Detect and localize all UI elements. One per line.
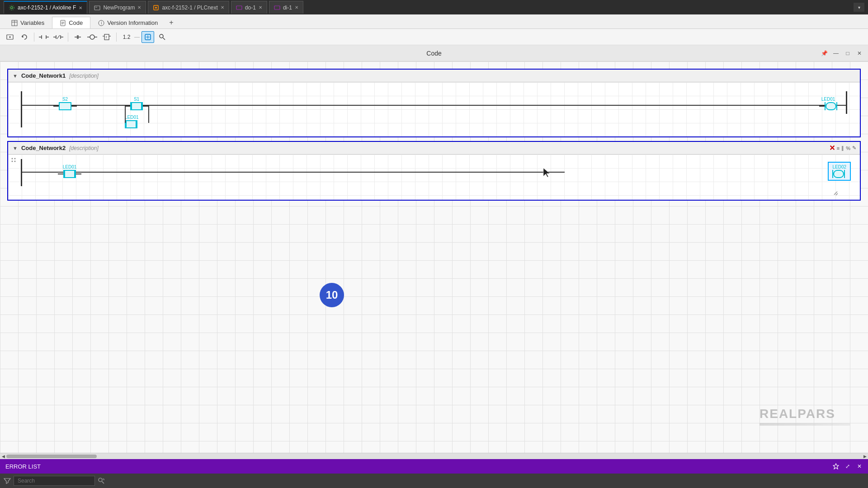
contact-no-icon — [39, 33, 49, 41]
tab-di1-label: di-1 — [283, 5, 292, 11]
network1-container: ▼ Code_Network1 [description] S2 — [7, 69, 861, 137]
error-list-pin-btn[interactable] — [831, 461, 841, 471]
watermark-bar — [760, 423, 850, 426]
pin-btn[interactable]: 📌 — [819, 48, 829, 58]
contact-LED01-n2-label: LED01 — [58, 164, 81, 169]
parallel-icon[interactable]: ‖ — [841, 145, 844, 151]
cursor-indicator — [542, 167, 552, 179]
step-over-btn[interactable] — [71, 31, 84, 43]
function-block-btn[interactable]: f — [100, 31, 113, 43]
scroll-right-btn[interactable]: ▶ — [862, 453, 868, 460]
search-filter-icon — [98, 477, 105, 484]
tab-newprogram-label: NewProgram — [103, 5, 135, 11]
undo-icon — [21, 33, 28, 41]
svg-point-51 — [99, 478, 102, 482]
error-search-input[interactable] — [14, 476, 95, 486]
scroll-thumb[interactable] — [6, 455, 97, 458]
resize-handle-icon — [833, 190, 839, 197]
code-titlebar-controls: 📌 — □ ✕ — [819, 48, 864, 58]
add-tab-button[interactable]: + — [165, 17, 177, 28]
network2-header: ▼ Code_Network2 [description] ✕ ≡ ‖ % ✎ — [8, 142, 860, 155]
tab-axioline[interactable]: axc-f-2152-1 / Axioline F ✕ — [4, 1, 87, 14]
tab-do1[interactable]: do-1 ✕ — [231, 1, 267, 14]
pointer-tool-btn[interactable] — [142, 31, 154, 43]
network1-collapse-btn[interactable]: ▼ — [13, 73, 18, 79]
plc-icon — [153, 5, 159, 11]
tab-plcnext-label: axc-f-2152-1 / PLCnext — [162, 5, 217, 11]
tab-do1-label: do-1 — [245, 5, 256, 11]
search-btn[interactable] — [156, 31, 169, 43]
contact-nc-btn[interactable] — [52, 31, 65, 43]
separator-3 — [116, 33, 117, 42]
branch-right-vert — [148, 105, 149, 123]
scroll-left-btn[interactable]: ◀ — [0, 453, 6, 460]
contact-nc-icon — [53, 33, 63, 41]
tab-plcnext[interactable]: axc-f-2152-1 / PLCnext ✕ — [148, 1, 229, 14]
network2-collapse-btn[interactable]: ▼ — [13, 145, 18, 151]
tab-newprogram[interactable]: NewProgram ✕ — [89, 1, 146, 14]
sub-tab-variables[interactable]: Variables — [4, 17, 52, 28]
network1-right-rail — [846, 91, 847, 114]
zoom-value: 1.2 — [120, 34, 133, 40]
resize-handle[interactable] — [833, 190, 839, 198]
svg-rect-2 — [94, 6, 100, 10]
sub-tab-version[interactable]: i Version Information — [90, 17, 165, 28]
contact-LED01-parallel[interactable]: LED01 — [125, 115, 139, 128]
tab-axioline-close[interactable]: ✕ — [79, 5, 82, 10]
step-badge: 10 — [320, 283, 344, 307]
svg-point-0 — [11, 7, 13, 9]
close-code-btn[interactable]: ✕ — [854, 48, 864, 58]
network2-header-icons: ✕ ≡ ‖ % ✎ — [829, 144, 856, 152]
coil-btn[interactable] — [86, 31, 99, 43]
toolbar: f 1.2 — — [0, 29, 868, 45]
code-panel-title: Code — [426, 50, 441, 57]
error-list-bar: ERROR LIST ⤢ ✕ — [0, 459, 868, 474]
edit-icon[interactable]: ✎ — [852, 145, 856, 151]
tab-di1[interactable]: di-1 ✕ — [269, 1, 303, 14]
tab-di1-close[interactable]: ✕ — [295, 5, 298, 10]
add-network-icon — [6, 33, 14, 41]
percent-icon[interactable]: % — [846, 145, 850, 151]
coil-LED01[interactable]: LED01 — [819, 97, 837, 110]
svg-text:i: i — [101, 21, 102, 25]
new-network-btn[interactable] — [4, 31, 16, 43]
tab-do1-close[interactable]: ✕ — [259, 5, 262, 10]
contact-no-btn[interactable] — [38, 31, 50, 43]
tab-axioline-label: axc-f-2152-1 / Axioline F — [18, 5, 76, 11]
error-list-expand-btn[interactable]: ⤢ — [843, 461, 853, 471]
network1-left-rail — [21, 91, 22, 127]
coil-LED02-label: LED02 — [832, 164, 846, 169]
network2-desc: [description] — [69, 145, 99, 151]
sub-tab-code[interactable]: Code — [52, 17, 90, 28]
pin-icon — [833, 463, 839, 469]
svg-point-1 — [9, 5, 14, 10]
window-controls: ▾ — [854, 3, 864, 12]
minimize-btn[interactable]: — — [831, 48, 841, 58]
chevron-down-btn[interactable]: ▾ — [854, 3, 864, 12]
svg-rect-7 — [274, 6, 280, 9]
error-list-close-btn[interactable]: ✕ — [854, 461, 864, 471]
network1-header: ▼ Code_Network1 [description] — [8, 70, 860, 82]
contact-S1[interactable]: S1 — [125, 97, 148, 110]
step-number: 10 — [326, 289, 338, 301]
svg-line-50 — [836, 193, 838, 195]
tab-plcnext-close[interactable]: ✕ — [221, 5, 224, 10]
props-icon[interactable]: ≡ — [837, 145, 840, 151]
coil-LED02-selected[interactable]: LED02 — [828, 162, 851, 181]
step-over-icon — [74, 33, 81, 41]
tab-newprogram-close[interactable]: ✕ — [137, 5, 141, 10]
undo-btn[interactable] — [18, 31, 31, 43]
zoom-separator: — — [134, 34, 140, 40]
maximize-btn[interactable]: □ — [843, 48, 853, 58]
contact-LED01-n2[interactable]: LED01 — [58, 164, 81, 178]
svg-point-34 — [90, 35, 94, 39]
bottom-panel: ERROR LIST ⤢ ✕ — [0, 459, 868, 488]
mouse-cursor-icon — [542, 167, 552, 178]
horizontal-scrollbar[interactable]: ◀ ▶ — [0, 453, 868, 459]
contact-S2[interactable]: S2 — [53, 97, 77, 110]
delete-icon[interactable]: ✕ — [829, 144, 835, 152]
svg-text:f: f — [106, 35, 107, 39]
svg-rect-6 — [236, 6, 242, 9]
svg-line-44 — [163, 38, 165, 40]
network2-title: Code_Network2 — [21, 145, 66, 151]
